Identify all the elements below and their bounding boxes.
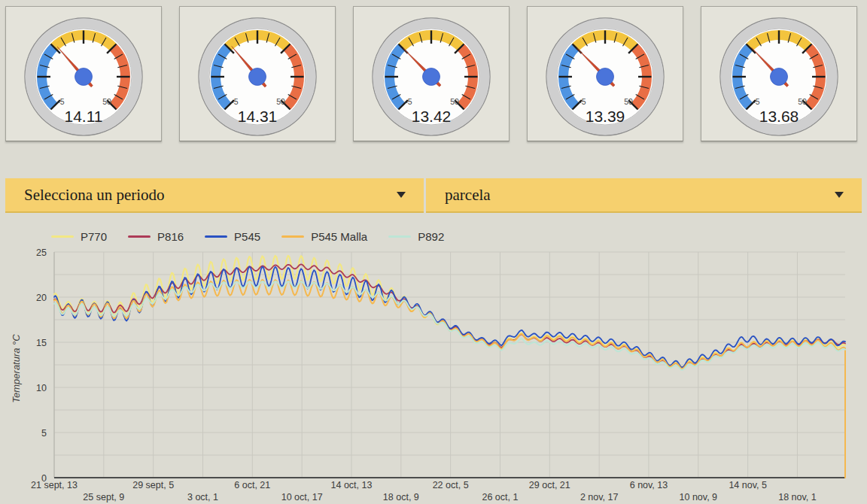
y-axis-title: Temperatura °C xyxy=(11,334,22,403)
filter-bar: Selecciona un periodo parcela xyxy=(0,178,867,213)
x-axis-tick-label: 25 sept, 9 xyxy=(83,492,124,502)
y-axis-tick-label: 10 xyxy=(36,383,47,393)
gauge-max-label: 50 xyxy=(624,97,633,106)
temperature-chart: 051015202521 sept, 1325 sept, 929 sept, … xyxy=(0,248,867,504)
x-axis-tick-label: 29 oct, 21 xyxy=(529,480,570,490)
parcela-select[interactable]: parcela xyxy=(426,178,862,213)
x-axis-tick-label: 10 oct, 17 xyxy=(281,492,323,502)
legend-swatch-icon xyxy=(128,235,151,238)
legend-swatch-icon xyxy=(281,235,304,238)
gauge-max-label: 50 xyxy=(798,97,807,106)
gauge-hub-icon xyxy=(423,68,440,86)
gauge-value: 13.39 xyxy=(586,108,625,125)
period-select-value: Selecciona un periodo xyxy=(24,186,165,205)
gauge-min-label: -5 xyxy=(579,97,586,106)
y-axis-tick-label: 20 xyxy=(36,293,47,303)
gauge-min-label: -5 xyxy=(753,97,759,106)
legend-label: P770 xyxy=(81,230,107,243)
gauge-max-label: 50 xyxy=(276,97,285,106)
gauge-dial: -55013.68 xyxy=(704,8,854,140)
legend-swatch-icon xyxy=(205,235,227,238)
gauge-dial: -55014.31 xyxy=(182,8,333,140)
gauge-min-label: -5 xyxy=(57,97,64,106)
legend-item-p545-malla[interactable]: P545 Malla xyxy=(281,230,367,243)
gauge-card-5: -55013.68 xyxy=(701,6,857,141)
y-axis-tick-label: 5 xyxy=(41,428,47,439)
legend-swatch-icon xyxy=(388,235,411,238)
gauge-value: 13.68 xyxy=(759,108,799,125)
gauge-max-label: 50 xyxy=(102,97,111,106)
x-axis-tick-label: 26 oct, 1 xyxy=(482,492,518,502)
temperature-chart-section: P770P816P545P545 MallaP892 051015202521 … xyxy=(0,213,867,504)
period-select[interactable]: Selecciona un periodo xyxy=(5,178,424,213)
series-line-p545-malla xyxy=(54,280,845,478)
legend-item-p770[interactable]: P770 xyxy=(51,230,107,243)
x-axis-tick-label: 18 oct, 9 xyxy=(383,492,419,502)
gauge-card-2: -55014.31 xyxy=(179,6,336,141)
x-axis-tick-label: 22 oct, 5 xyxy=(433,480,469,490)
x-axis-tick-label: 3 oct, 1 xyxy=(187,492,218,502)
gauge-hub-icon xyxy=(75,68,93,86)
chart-legend: P770P816P545P545 MallaP892 xyxy=(0,213,867,248)
legend-label: P816 xyxy=(157,230,184,243)
gauge-value: 13.42 xyxy=(412,108,452,125)
x-axis-tick-label: 14 oct, 13 xyxy=(331,480,373,490)
gauge-dial: -55013.42 xyxy=(356,8,507,140)
x-axis-tick-label: 2 nov, 17 xyxy=(580,492,619,502)
gauge-row: -55014.11-55014.31-55013.42-55013.39-550… xyxy=(0,0,867,141)
x-axis-tick-label: 10 nov, 9 xyxy=(680,492,718,502)
x-axis-tick-label: 6 nov, 13 xyxy=(630,480,668,490)
gauge-min-label: -5 xyxy=(405,97,412,106)
legend-label: P545 xyxy=(234,230,260,243)
legend-item-p892[interactable]: P892 xyxy=(388,230,444,243)
x-axis-tick-label: 29 sept, 5 xyxy=(132,480,174,490)
chevron-down-icon xyxy=(835,192,844,198)
legend-item-p545[interactable]: P545 xyxy=(205,230,260,243)
gauge-card-1: -55014.11 xyxy=(5,6,162,141)
gauge-hub-icon xyxy=(249,68,266,86)
x-axis-tick-label: 21 sept, 13 xyxy=(31,480,78,490)
x-axis-tick-label: 18 nov, 1 xyxy=(778,492,817,502)
series-line-p892 xyxy=(54,281,845,370)
gauge-hub-icon xyxy=(597,68,614,86)
gauge-hub-icon xyxy=(771,68,788,86)
gauge-card-4: -55013.39 xyxy=(527,6,683,141)
gauge-dial: -55013.39 xyxy=(530,8,680,140)
x-axis-tick-label: 6 oct, 21 xyxy=(234,480,270,490)
legend-item-p816[interactable]: P816 xyxy=(128,230,184,243)
gauge-max-label: 50 xyxy=(450,97,459,106)
x-axis-tick-label: 14 nov, 5 xyxy=(729,480,767,490)
legend-label: P892 xyxy=(418,230,444,243)
gauge-card-3: -55013.42 xyxy=(353,6,510,141)
gauge-dial: -55014.11 xyxy=(8,8,159,140)
gauge-value: 14.11 xyxy=(65,108,103,125)
y-axis-tick-label: 25 xyxy=(36,248,47,258)
legend-swatch-icon xyxy=(51,235,74,238)
legend-label: P545 Malla xyxy=(311,230,367,243)
gauge-value: 14.31 xyxy=(238,108,278,125)
parcela-select-value: parcela xyxy=(445,186,491,205)
chevron-down-icon xyxy=(397,192,406,198)
y-axis-tick-label: 15 xyxy=(36,338,47,348)
gauge-min-label: -5 xyxy=(231,97,238,106)
